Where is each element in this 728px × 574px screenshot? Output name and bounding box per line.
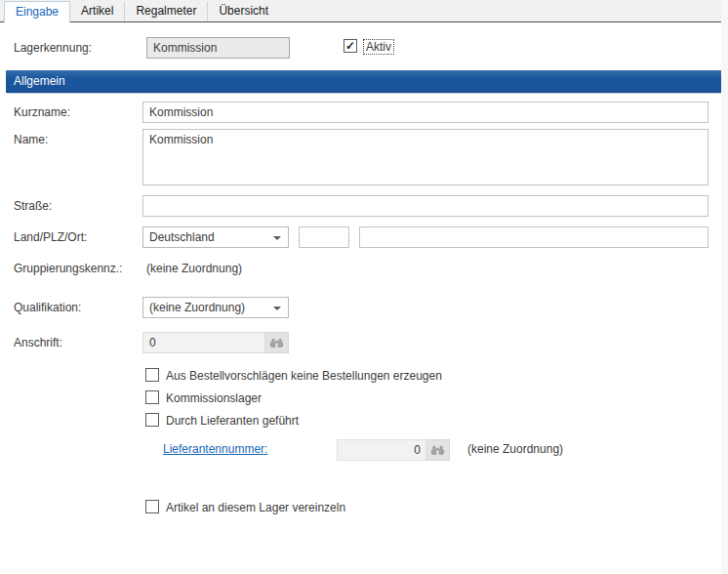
kurzname-label: Kurzname: [14,105,70,119]
window-background-strip [721,0,728,574]
checkbox-keine-bestellungen-label[interactable]: Aus Bestellvorschlägen keine Bestellunge… [166,369,442,383]
checkbox-artikel-vereinzeln-label[interactable]: Artikel an diesem Lager vereinzeln [166,501,345,514]
plz-input[interactable] [299,226,349,248]
lagerkennung-input[interactable] [146,37,290,59]
checkbox-kommissionslager-label[interactable]: Kommissionslager [166,391,262,405]
chevron-down-icon [273,236,281,240]
lagerkennung-label: Lagerkennung: [14,41,92,55]
tab-eingabe[interactable]: Eingabe [4,1,70,22]
checkbox-kommissionslager[interactable] [145,390,159,404]
aktiv-checkbox-label[interactable]: Aktiv [363,39,394,55]
tab-uebersicht[interactable]: Übersicht [207,2,279,21]
anschrift-label: Anschrift: [14,336,62,349]
lieferantennummer-lookup-button[interactable] [426,439,450,461]
land-plz-ort-label: Land/PLZ/Ort: [14,230,87,244]
ort-input[interactable] [359,226,708,248]
qualifikation-label: Qualifikation: [14,301,81,314]
binoculars-icon [430,444,445,456]
land-select[interactable]: Deutschland [142,226,289,248]
tab-bar: Eingabe Artikel Regalmeter Übersicht [0,0,728,22]
section-header-allgemein: Allgemein [6,70,722,93]
name-label: Name: [14,133,48,146]
binoculars-icon [269,337,284,348]
strasse-input[interactable] [142,195,708,217]
lieferantennummer-link[interactable]: Lieferantennummer: [163,442,267,456]
tab-regalmeter[interactable]: Regalmeter [124,2,207,21]
land-select-value: Deutschland [149,230,215,244]
qualifikation-select[interactable]: (keine Zuordnung) [142,297,289,318]
checkbox-durch-lieferanten-label[interactable]: Durch Lieferanten geführt [166,414,299,428]
checkbox-durch-lieferanten[interactable] [145,413,159,427]
tab-artikel[interactable]: Artikel [70,2,124,21]
qualifikation-select-value: (keine Zuordnung) [149,301,245,314]
kurzname-input[interactable] [142,102,708,123]
chevron-down-icon [273,307,281,310]
lager-form-window: Eingabe Artikel Regalmeter Übersicht Lag… [0,0,728,574]
lieferantennummer-input[interactable] [337,439,426,461]
lieferantennummer-note: (keine Zuordnung) [467,442,563,456]
name-textarea[interactable]: Kommission [142,129,708,185]
strasse-label: Straße: [14,199,52,213]
gruppierungskennz-value: (keine Zuordnung) [146,262,242,275]
gruppierungskennz-label: Gruppierungskennz.: [14,262,122,275]
anschrift-lookup-button[interactable] [265,332,289,353]
checkbox-artikel-vereinzeln[interactable] [145,500,159,513]
aktiv-checkbox[interactable]: ✓ [344,39,357,53]
checkbox-keine-bestellungen[interactable] [145,368,159,382]
anschrift-input[interactable] [142,332,265,353]
